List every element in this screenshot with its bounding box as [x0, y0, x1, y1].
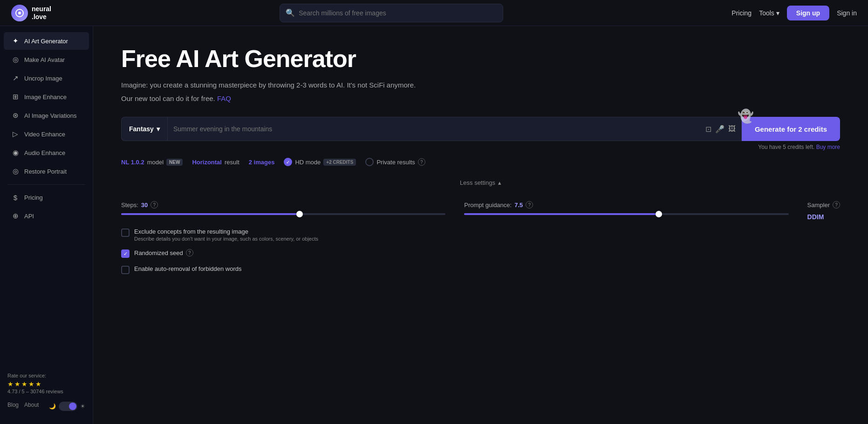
signin-button[interactable]: Sign in [837, 9, 857, 17]
sidebar-item-uncrop-image[interactable]: ↗ Uncrop Image [4, 69, 89, 87]
sidebar-item-restore-portrait[interactable]: ◎ Restore Portrait [4, 162, 89, 180]
sidebar-item-video-enhance[interactable]: ▷ Video Enhance [4, 125, 89, 143]
sidebar-item-label: Restore Portrait [24, 168, 67, 175]
prompt-input[interactable] [173, 125, 702, 133]
sun-icon: ☀ [80, 403, 85, 410]
search-input[interactable] [299, 9, 497, 17]
less-settings-toggle[interactable]: Less settings ▴ [121, 175, 840, 190]
sidebar-item-make-ai-avatar[interactable]: ◎ Make AI Avatar [4, 51, 89, 68]
audio-icon: ◉ [11, 148, 20, 157]
sidebar-item-image-enhance[interactable]: ⊞ Image Enhance [4, 88, 89, 106]
signup-button[interactable]: Sign up [787, 6, 829, 20]
footer-about-link[interactable]: About [24, 402, 39, 411]
star-1: ★ [7, 380, 14, 388]
steps-help-icon[interactable]: ? [150, 201, 158, 209]
randomized-checkbox[interactable]: ✓ [121, 249, 130, 258]
sampler-value[interactable]: DDIM [807, 213, 840, 221]
logo[interactable]: neural .love [11, 5, 51, 21]
guidance-label: Prompt guidance: [464, 202, 512, 209]
sidebar-item-ai-art-generator[interactable]: ✦ AI Art Generator [4, 32, 89, 50]
palette-icon: ✦ [11, 37, 20, 45]
sidebar-item-label: Audio Enhance [24, 149, 65, 156]
star-5: ★ [35, 380, 41, 388]
ghost-icon: 👻 [738, 108, 754, 124]
svg-point-1 [18, 12, 21, 14]
star-4: ★ [28, 380, 34, 388]
header-right: Pricing Tools ▾ Sign up Sign in [731, 6, 857, 20]
search-bar: 🔍 [280, 4, 503, 22]
randomized-help-icon[interactable]: ? [186, 249, 193, 256]
chevron-up-icon: ▴ [498, 179, 501, 186]
sidebar-item-label: Image Enhance [24, 94, 67, 101]
pricing-icon: $ [11, 194, 20, 202]
avatar-icon: ◎ [11, 55, 20, 64]
variations-icon: ⊛ [11, 111, 20, 120]
sidebar-item-ai-image-variations[interactable]: ⊛ AI Image Variations [4, 107, 89, 124]
content: Free AI Art Generator Imagine: you creat… [93, 26, 868, 424]
steps-label: Steps: [121, 202, 138, 209]
logo-text: neural .love [32, 5, 51, 21]
nav-pricing[interactable]: Pricing [731, 9, 752, 17]
exclude-sublabel: Describe details you don't want in your … [134, 236, 318, 242]
image-upload-icon[interactable]: 🖼 [728, 125, 736, 134]
generate-button[interactable]: Generate for 2 credits [742, 117, 840, 141]
footer-blog-link[interactable]: Blog [7, 402, 19, 411]
forbidden-label: Enable auto-removal of forbidden words [134, 265, 242, 272]
new-badge: NEW [166, 159, 183, 166]
images-link[interactable]: 2 images [249, 159, 275, 166]
result-label: result [225, 159, 239, 166]
chevron-down-icon: ▾ [776, 9, 779, 17]
moon-icon: 🌙 [49, 403, 56, 410]
stars-row[interactable]: ★ ★ ★ ★ ★ [7, 380, 85, 388]
sidebar-footer: Blog About 🌙 ☀ [0, 398, 93, 415]
sidebar-item-api[interactable]: ⊕ API [4, 207, 89, 225]
exclude-row: Exclude concepts from the resulting imag… [121, 228, 840, 242]
model-label: model [147, 159, 164, 166]
chevron-down-icon: ▾ [157, 125, 160, 133]
sidebar-item-label: API [24, 213, 34, 220]
private-checkbox[interactable] [365, 158, 374, 166]
steps-block: Steps: 30 ? [121, 201, 445, 215]
model-link[interactable]: NL 1.0.2 [121, 159, 144, 166]
less-settings-label: Less settings [460, 179, 495, 186]
sidebar-item-audio-enhance[interactable]: ◉ Audio Enhance [4, 144, 89, 162]
advanced-settings: Steps: 30 ? Prompt guidance: 7.5 ? [121, 194, 840, 282]
style-dropdown[interactable]: Fantasy ▾ [121, 117, 167, 141]
microphone-icon[interactable]: 🎤 [715, 125, 724, 134]
page-title: Free AI Art Generator [121, 45, 840, 73]
generator-box: 👻 Fantasy ▾ ⊡ 🎤 🖼 Generate for 2 credits [121, 117, 840, 141]
theme-toggle[interactable]: 🌙 ☀ [49, 402, 85, 411]
sidebar-item-pricing[interactable]: $ Pricing [4, 189, 89, 206]
sidebar-item-label: AI Image Variations [24, 112, 76, 119]
exclude-checkbox[interactable] [121, 229, 130, 237]
steps-slider[interactable] [121, 213, 445, 215]
sidebar-bottom: Rate our service: ★ ★ ★ ★ ★ 4.73 / 5 – 3… [0, 365, 93, 418]
steps-label-row: Steps: 30 ? [121, 201, 445, 209]
forbidden-checkbox[interactable] [121, 266, 130, 274]
guidance-thumb [656, 211, 662, 217]
guidance-block: Prompt guidance: 7.5 ? [464, 201, 788, 215]
toggle-thumb [69, 403, 76, 410]
fullscreen-icon[interactable]: ⊡ [705, 125, 711, 134]
toggle-track[interactable] [59, 402, 77, 411]
nav-tools[interactable]: Tools ▾ [759, 9, 779, 17]
sidebar-divider [7, 184, 85, 185]
faq-link[interactable]: FAQ [217, 94, 231, 102]
guidance-slider[interactable] [464, 213, 788, 215]
enhance-icon: ⊞ [11, 93, 20, 101]
forbidden-row: Enable auto-removal of forbidden words [121, 265, 840, 274]
uncrop-icon: ↗ [11, 74, 20, 82]
hd-checkmark[interactable]: ✓ [284, 158, 292, 166]
sampler-help-icon[interactable]: ? [833, 201, 840, 209]
result-link[interactable]: Horizontal [192, 159, 222, 166]
buy-more-link[interactable]: Buy more [816, 144, 840, 150]
page-desc-1: Imagine: you create a stunning masterpie… [121, 80, 840, 91]
sidebar-item-label: Pricing [24, 194, 43, 201]
images-setting: 2 images [249, 159, 275, 166]
private-help-icon[interactable]: ? [418, 158, 425, 166]
guidance-help-icon[interactable]: ? [526, 201, 533, 209]
guidance-fill [464, 213, 659, 215]
hd-mode-setting: ✓ HD mode +2 CREDITS [284, 158, 356, 166]
sampler-label-row: Sampler ? [807, 201, 840, 209]
prompt-icons: ⊡ 🎤 🖼 [705, 125, 736, 134]
